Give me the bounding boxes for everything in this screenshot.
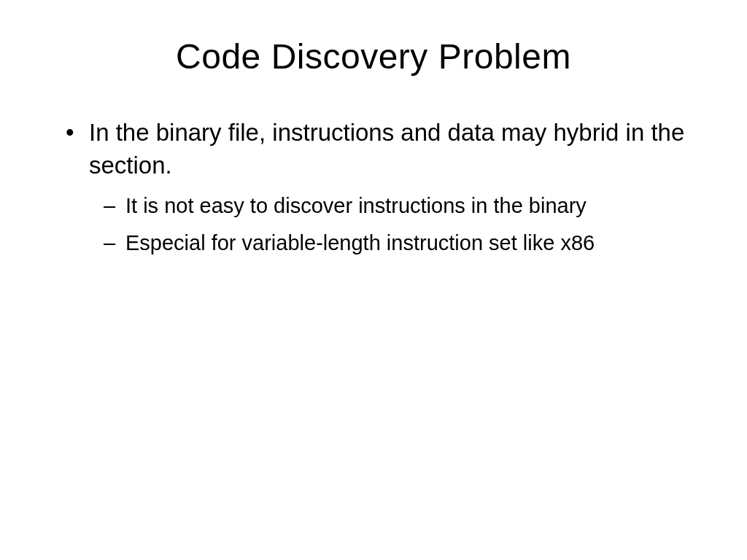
list-item: It is not easy to discover instructions … xyxy=(104,192,696,220)
bullet-text: In the binary file, instructions and dat… xyxy=(89,119,684,179)
list-item: In the binary file, instructions and dat… xyxy=(66,117,696,257)
bullet-text: Especial for variable-length instruction… xyxy=(125,231,595,254)
list-item: Especial for variable-length instruction… xyxy=(104,229,696,257)
bullet-text: It is not easy to discover instructions … xyxy=(125,194,587,217)
bullet-list-level1: In the binary file, instructions and dat… xyxy=(66,117,696,257)
slide-container: Code Discovery Problem In the binary fil… xyxy=(0,0,747,560)
slide-title: Code Discovery Problem xyxy=(51,36,696,77)
slide-content: In the binary file, instructions and dat… xyxy=(51,117,696,257)
bullet-list-level2: It is not easy to discover instructions … xyxy=(104,192,696,257)
